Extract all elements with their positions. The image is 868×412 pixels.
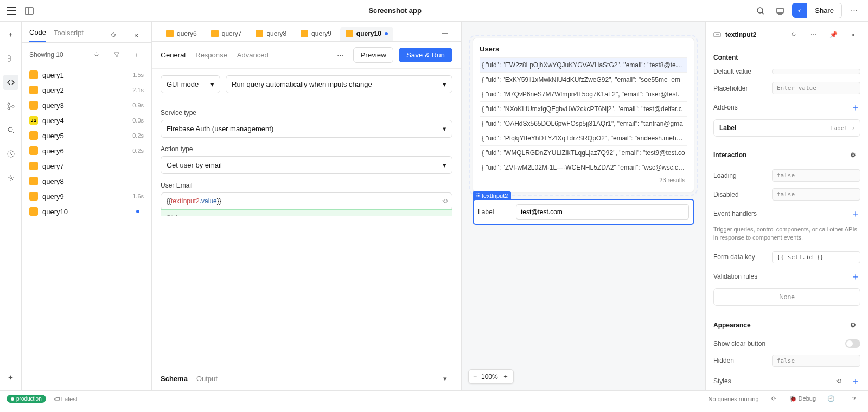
tab-schema[interactable]: Schema — [161, 375, 188, 383]
search-panel-icon[interactable] — [3, 123, 18, 138]
search-icon[interactable] — [787, 27, 802, 42]
more-icon[interactable]: ⋯ — [806, 27, 821, 42]
run-mode-select[interactable]: Run query automatically when inputs chan… — [226, 75, 452, 93]
text-input-field[interactable] — [516, 204, 689, 220]
minimize-icon[interactable] — [437, 26, 452, 41]
chevron-down-icon[interactable]: ▾ — [437, 371, 452, 386]
zoom-control[interactable]: − 100% ＋ — [468, 369, 514, 384]
svg-line-3 — [762, 12, 764, 14]
add-addon-icon[interactable]: ＋ — [851, 101, 860, 114]
service-type-select[interactable]: Firebase Auth (user management)▾ — [161, 120, 452, 138]
query-item-query4[interactable]: JSquery40.0s — [22, 113, 151, 128]
list-item[interactable]: { "uid": "NXoKLfUmxfgQFgbvUW2ckcPT6Nj2",… — [480, 101, 687, 116]
query-item-query6[interactable]: query60.2s — [22, 143, 151, 158]
query-item-query7[interactable]: query7 — [22, 158, 151, 173]
list-item[interactable]: { "uid": "ZVf-wM2L02M-1L----WCENHL5ZDA2"… — [480, 160, 687, 175]
copy-icon[interactable]: ⧉ — [442, 214, 446, 216]
list-item[interactable]: { "uid": "M7QvP6neS7M7Wlmpn4L5og7K1aF2",… — [480, 87, 687, 101]
editor-tab-query9[interactable]: query9 — [295, 27, 337, 41]
text-input-component[interactable]: Label — [473, 199, 694, 225]
expand-icon[interactable]: » — [845, 27, 860, 42]
tree-icon[interactable] — [3, 51, 18, 66]
zoom-in-icon[interactable]: ＋ — [502, 372, 509, 381]
subtab-advanced[interactable]: Advanced — [237, 51, 269, 59]
history-icon[interactable]: 🕘 — [824, 391, 839, 407]
list-item[interactable]: { "uid": "EW2z8LpOjhXwYQJuKYGVAVHaStG2",… — [480, 57, 687, 72]
add-icon[interactable]: ＋ — [3, 27, 18, 42]
svg-rect-15 — [442, 33, 448, 34]
settings-icon[interactable] — [3, 170, 18, 185]
label-addon[interactable]: LabelLabel› — [713, 119, 860, 137]
undo-icon[interactable]: ⟲ — [442, 197, 448, 205]
hidden-input[interactable]: false — [772, 355, 860, 367]
present-icon[interactable] — [773, 3, 788, 18]
show-clear-toggle[interactable] — [845, 339, 860, 348]
branch-icon[interactable] — [3, 99, 18, 114]
settings-icon[interactable]: ⚙ — [845, 147, 860, 163]
history-icon[interactable] — [3, 146, 18, 162]
query-item-query8[interactable]: query8 — [22, 173, 151, 189]
placeholder-input[interactable]: Enter value — [772, 82, 860, 94]
gui-mode-select[interactable]: GUI mode▾ — [161, 75, 220, 93]
add-validation-icon[interactable]: ＋ — [851, 270, 860, 283]
collapse-icon[interactable]: « — [129, 27, 144, 42]
environment-badge[interactable]: production — [7, 395, 46, 403]
action-type-select[interactable]: Get user by email▾ — [161, 156, 452, 174]
help-icon[interactable]: ? — [846, 391, 861, 407]
query-item-query1[interactable]: query11.5s — [22, 67, 151, 82]
search-queries-icon[interactable] — [90, 47, 105, 62]
settings-icon[interactable]: ⚙ — [845, 318, 860, 333]
add-query-icon[interactable]: ＋ — [129, 47, 144, 62]
user-email-input[interactable]: {{textInput2.value}} ⟲ ⧉ String "test@te… — [161, 192, 452, 210]
more-icon[interactable]: ⋯ — [846, 3, 861, 18]
form-key-input[interactable]: {{ self.id }} — [772, 251, 860, 263]
pin-icon[interactable] — [106, 27, 121, 42]
chevron-right-icon: › — [852, 124, 854, 132]
svg-line-10 — [12, 131, 14, 133]
query-item-query10[interactable]: query10 — [22, 204, 151, 219]
list-item[interactable]: { "uid": "WMQLRGDnZYULIZikTLqgLjaz7Q92",… — [480, 145, 687, 160]
editor-tab-query6[interactable]: query6 — [161, 27, 202, 41]
save-run-button[interactable]: Save & Run — [399, 48, 452, 62]
search-icon[interactable] — [753, 3, 768, 18]
subtab-response[interactable]: Response — [195, 51, 227, 59]
reset-icon[interactable]: ⟲ — [831, 374, 846, 389]
default-value-input[interactable] — [772, 69, 860, 74]
subtab-general[interactable]: General — [161, 51, 186, 59]
link-icon[interactable] — [792, 3, 807, 18]
component-icon — [713, 31, 721, 38]
share-button[interactable]: Share — [807, 3, 842, 18]
list-item[interactable]: { "uid": "ExKY59ii1xMwkNIU4dKUfzZweG92",… — [480, 72, 687, 87]
tab-output[interactable]: Output — [196, 375, 218, 383]
disabled-input[interactable]: false — [772, 188, 860, 201]
add-style-icon[interactable]: ＋ — [851, 375, 860, 388]
main-menu-icon[interactable] — [7, 7, 16, 15]
add-event-icon[interactable]: ＋ — [851, 207, 860, 220]
query-type-icon — [29, 70, 38, 79]
tab-toolscript[interactable]: Toolscript — [54, 29, 84, 41]
query-item-query9[interactable]: query91.6s — [22, 189, 151, 204]
panels-icon[interactable] — [22, 3, 37, 18]
query-item-query2[interactable]: query22.1s — [22, 82, 151, 98]
more-actions-icon[interactable]: ⋯ — [333, 48, 348, 63]
pin-icon[interactable]: 📌 — [826, 27, 841, 42]
editor-tab-query8[interactable]: query8 — [250, 27, 292, 41]
refresh-icon[interactable]: ⟳ — [767, 391, 782, 407]
svg-rect-0 — [25, 8, 33, 14]
tab-code[interactable]: Code — [29, 28, 46, 42]
preview-button[interactable]: Preview — [353, 47, 393, 63]
sparkle-icon[interactable]: ✦ — [3, 370, 18, 385]
filter-icon[interactable] — [109, 47, 124, 62]
query-type-icon — [301, 30, 308, 37]
list-item[interactable]: { "uid": "OAHdSx565DOL6pwFOsp5jj31AQr1",… — [480, 116, 687, 131]
inspector-name[interactable]: textInput2 — [725, 31, 782, 38]
query-item-query5[interactable]: query50.2s — [22, 128, 151, 143]
zoom-out-icon[interactable]: − — [473, 373, 477, 381]
code-icon[interactable] — [3, 75, 18, 90]
debug-button[interactable]: 🐞 Debug — [789, 395, 816, 402]
editor-tab-query7[interactable]: query7 — [206, 27, 247, 41]
list-item[interactable]: { "uid": "PtqkjYtIeYhDTYZlXqTdrzSRQpO2",… — [480, 131, 687, 145]
loading-input[interactable]: false — [772, 169, 860, 182]
query-item-query3[interactable]: query30.9s — [22, 98, 151, 113]
editor-tab-query10[interactable]: query10 — [340, 27, 393, 41]
